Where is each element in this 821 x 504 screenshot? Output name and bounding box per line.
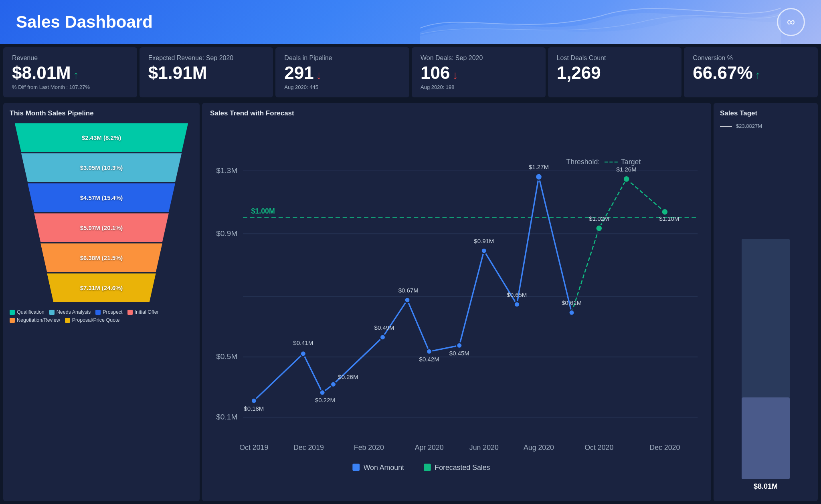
target-max-label: $23.8827M [736, 123, 762, 129]
kpi-value-0: $8.01M [12, 63, 71, 83]
kpi-label-2: Deals in Pipeline [284, 54, 400, 62]
chart-title: Sales Trend with Forecast [210, 109, 703, 117]
svg-text:$0.9M: $0.9M [216, 229, 237, 238]
funnel-layer-3: $5.97M (20.1%) [9, 213, 194, 242]
funnel-legend-label-3: Initial Offer [135, 309, 159, 315]
funnel-layer-2: $4.57M (15.4%) [9, 183, 194, 212]
svg-point-46 [596, 225, 602, 232]
chart-panel: Sales Trend with Forecast $1.3M $0.9M $0… [202, 103, 711, 501]
svg-text:Threshold:: Threshold: [566, 158, 600, 166]
kpi-card-3: Won Deals: Sep 2020106↓Aug 2020: 198 [412, 47, 546, 97]
kpi-card-4: Lost Deals Count1,269 [548, 47, 682, 97]
svg-text:$0.5M: $0.5M [216, 353, 237, 361]
kpi-sub-0: % Diff from Last Month : 107.27% [12, 84, 128, 90]
header-logo: ∞ [777, 8, 805, 36]
svg-point-24 [301, 351, 306, 357]
trend-chart-svg: $1.3M $0.9M $0.5M $0.1M $1.00M Threshold… [210, 123, 703, 492]
kpi-card-1: Exepcted Revenue: Sep 2020$1.91M [140, 47, 273, 97]
svg-text:Feb 2020: Feb 2020 [354, 444, 384, 452]
funnel-legend-item-0: Qualification [10, 309, 44, 315]
kpi-card-2: Deals in Pipeline291↓Aug 2020: 445 [275, 47, 409, 97]
svg-text:$0.61M: $0.61M [562, 300, 582, 306]
funnel-legend-dot-4 [10, 318, 15, 323]
funnel-legend-label-1: Needs Analysis [57, 309, 91, 315]
svg-text:Dec 2019: Dec 2019 [293, 444, 324, 452]
funnel-layer-5: $7.31M (24.6%) [9, 273, 194, 302]
svg-text:$0.91M: $0.91M [474, 238, 494, 244]
target-panel: Sales Taget $23.8827M $8.01M [714, 103, 818, 501]
kpi-label-0: Revenue [12, 54, 128, 62]
kpi-arrow-3: ↓ [452, 69, 458, 82]
funnel-legend-dot-1 [49, 310, 55, 315]
funnel-legend-dot-0 [10, 310, 15, 315]
svg-text:$0.26M: $0.26M [338, 373, 358, 380]
funnel-layer-1: $3.05M (10.3%) [9, 153, 194, 182]
svg-text:$1.00M: $1.00M [251, 207, 275, 215]
funnel-legend-label-5: Proposal/Price Quote [72, 317, 120, 323]
svg-point-26 [320, 390, 325, 395]
main-content: This Month Sales Pipeline $2.43M (8.2%)$… [0, 101, 821, 504]
kpi-arrow-0: ↑ [73, 69, 79, 82]
funnel-legend-item-2: Prospect [95, 309, 122, 315]
kpi-label-4: Lost Deals Count [557, 54, 673, 62]
svg-text:$0.67M: $0.67M [398, 287, 419, 294]
svg-text:Oct 2020: Oct 2020 [584, 444, 613, 452]
kpi-sub-3: Aug 2020: 198 [421, 84, 537, 90]
header-wave [420, 0, 781, 44]
funnel-panel: This Month Sales Pipeline $2.43M (8.2%)$… [3, 103, 200, 501]
svg-text:$0.18M: $0.18M [244, 405, 264, 412]
svg-text:$1.10M: $1.10M [659, 215, 679, 222]
svg-text:$1.02M: $1.02M [589, 215, 609, 222]
funnel-legend-label-0: Qualification [17, 309, 44, 315]
funnel-legend-label-2: Prospect [103, 309, 122, 315]
svg-text:Jun 2020: Jun 2020 [469, 444, 499, 452]
target-bar-container: $8.01M [720, 131, 811, 495]
kpi-arrow-2: ↓ [316, 69, 322, 82]
funnel-legend-dot-2 [95, 310, 101, 315]
kpi-row: Revenue$8.01M↑% Diff from Last Month : 1… [0, 44, 821, 101]
svg-text:$0.49M: $0.49M [374, 324, 394, 331]
svg-point-36 [457, 343, 462, 349]
svg-point-30 [380, 335, 386, 340]
kpi-value-1: $1.91M [148, 63, 207, 83]
funnel-title: This Month Sales Pipeline [10, 109, 193, 117]
chart-svg-wrapper: $1.3M $0.9M $0.5M $0.1M $1.00M Threshold… [210, 123, 703, 492]
svg-point-40 [514, 302, 520, 307]
funnel-legend-dot-3 [127, 310, 133, 315]
svg-point-22 [251, 398, 257, 404]
funnel-legend-item-3: Initial Offer [127, 309, 159, 315]
header: Sales Dashboard ∞ [0, 0, 821, 44]
funnel-legend: QualificationNeeds AnalysisProspectIniti… [10, 309, 193, 323]
kpi-label-1: Exepcted Revenue: Sep 2020 [148, 54, 265, 62]
svg-text:$1.27M: $1.27M [529, 164, 549, 171]
svg-text:Forecasted Sales: Forecasted Sales [435, 464, 490, 472]
svg-text:$1.26M: $1.26M [617, 166, 637, 173]
page-title: Sales Dashboard [16, 12, 153, 32]
svg-text:$0.65M: $0.65M [507, 291, 527, 298]
kpi-value-5: 66.67% [693, 63, 752, 83]
svg-point-50 [661, 209, 668, 215]
funnel-container: $2.43M (8.2%)$3.05M (10.3%)$4.57M (15.4%… [10, 123, 193, 302]
svg-text:$0.1M: $0.1M [216, 413, 237, 421]
target-current-value: $8.01M [754, 482, 778, 491]
funnel-layer-4: $6.38M (21.5%) [9, 243, 194, 272]
svg-text:$0.41M: $0.41M [293, 339, 313, 346]
kpi-label-3: Won Deals: Sep 2020 [421, 54, 537, 62]
funnel-layer-0: $2.43M (8.2%) [9, 123, 194, 152]
svg-text:$0.22M: $0.22M [315, 397, 335, 404]
funnel-legend-dot-5 [65, 318, 70, 323]
svg-point-44 [569, 310, 574, 316]
target-bar-bg [742, 239, 790, 479]
kpi-card-0: Revenue$8.01M↑% Diff from Last Month : 1… [3, 47, 137, 97]
svg-point-38 [481, 248, 487, 254]
kpi-label-5: Conversion % [693, 54, 809, 62]
funnel-legend-item-1: Needs Analysis [49, 309, 91, 315]
svg-text:Won Amount: Won Amount [364, 464, 404, 472]
svg-point-32 [404, 297, 410, 303]
svg-text:$0.42M: $0.42M [419, 356, 439, 363]
svg-rect-52 [352, 464, 360, 471]
kpi-value-3: 106 [421, 63, 450, 83]
svg-point-48 [623, 176, 629, 182]
svg-text:Aug 2020: Aug 2020 [524, 444, 554, 452]
svg-text:Target: Target [621, 158, 641, 166]
